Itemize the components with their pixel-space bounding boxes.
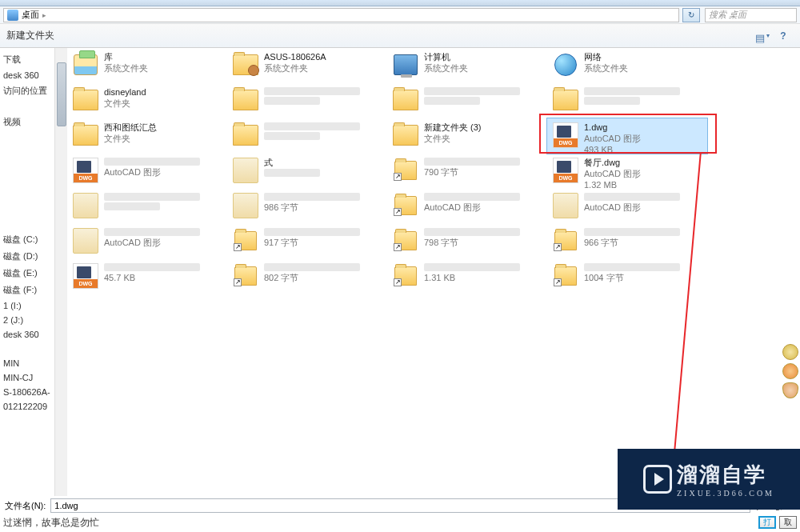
file-item[interactable]: disneyland文件夹 (67, 83, 227, 118)
file-item[interactable]: 986 字节 (227, 189, 387, 224)
file-item-text: ASUS-180626A系统文件夹 (264, 51, 326, 74)
file-item[interactable]: ↗802 字节 (227, 259, 387, 294)
sidebar-item[interactable]: S-180626A- (0, 385, 54, 399)
file-item[interactable]: ↗798 字节 (387, 224, 547, 259)
dwg-file-icon (553, 158, 578, 183)
file-item[interactable] (67, 189, 227, 224)
file-item[interactable]: 式 (227, 154, 387, 189)
blurred-icon (233, 158, 258, 183)
file-item-text: disneyland文件夹 (104, 86, 146, 109)
dropdown-icon: ▾ (766, 32, 770, 39)
breadcrumb[interactable]: 桌面 ▸ (3, 8, 679, 22)
blurred-icon (233, 193, 258, 218)
computer-icon (394, 54, 418, 75)
file-item[interactable] (547, 83, 707, 118)
file-item[interactable]: 计算机系统文件夹 (387, 48, 547, 83)
shortcut-icon: ↗ (554, 266, 577, 286)
file-item[interactable]: 1.dwgAutoCAD 图形493 KB (547, 118, 707, 154)
file-item[interactable] (227, 83, 387, 118)
file-item-text: AutoCAD 图形 (584, 192, 680, 213)
refresh-icon: ↻ (688, 10, 694, 19)
file-item-text: 802 字节 (264, 262, 360, 283)
main-area: 下载 desk 360 访问的位置 视频 磁盘 (C:) 磁盘 (D:) 磁盘 … (0, 48, 800, 496)
file-item[interactable]: 库系统文件夹 (67, 48, 227, 83)
window-chrome-top (0, 0, 800, 6)
file-item-text (584, 86, 680, 106)
file-item[interactable]: 餐厅.dwgAutoCAD 图形1.32 MB (547, 154, 707, 189)
dwg-file-icon (553, 122, 578, 148)
sidebar: 下载 desk 360 访问的位置 视频 磁盘 (C:) 磁盘 (D:) 磁盘 … (0, 48, 54, 496)
file-item-text: 1.dwgAutoCAD 图形493 KB (584, 122, 641, 155)
shortcut-icon: ↗ (394, 266, 417, 286)
file-item[interactable]: 西和图纸汇总文件夹 (67, 118, 227, 154)
cancel-button[interactable]: 取 (779, 516, 797, 529)
shortcut-icon: ↗ (394, 196, 417, 215)
refresh-button[interactable]: ↻ (682, 8, 700, 22)
folder-icon (393, 90, 418, 110)
file-item[interactable]: ASUS-180626A系统文件夹 (227, 48, 387, 83)
toolbar: 新建文件夹 ▾ (0, 24, 800, 48)
blurred-icon (73, 228, 98, 254)
file-item-text: 1004 字节 (584, 262, 680, 283)
folder-icon (553, 90, 578, 110)
file-item-text: AutoCAD 图形 (424, 192, 520, 213)
sidebar-item[interactable]: 2 (J:) (0, 313, 54, 327)
file-item-text: 式 (264, 157, 320, 178)
watermark-url: ZIXUE.3D66.COM (677, 489, 774, 498)
dwg-file-icon (73, 263, 98, 289)
new-folder-button[interactable]: 新建文件夹 (6, 29, 54, 42)
file-item[interactable]: 网络系统文件夹 (547, 48, 707, 83)
sidebar-item[interactable]: 磁盘 (D:) (0, 248, 54, 265)
file-item[interactable]: 新建文件夹 (3)文件夹 (387, 118, 547, 154)
sidebar-item[interactable]: 下载 (0, 51, 54, 68)
search-input[interactable]: 搜索 桌面 (705, 8, 797, 22)
file-item[interactable]: ↗790 字节 (387, 154, 547, 189)
file-item[interactable]: ↗966 字节 (547, 224, 707, 259)
file-item-text (264, 86, 360, 106)
sidebar-item[interactable]: MIN (0, 356, 54, 370)
help-icon (780, 30, 786, 42)
help-button[interactable] (773, 27, 794, 45)
view-mode-button[interactable]: ▾ (752, 27, 773, 45)
open-button[interactable]: 打 (758, 516, 776, 529)
sidebar-item[interactable]: desk 360 (0, 68, 54, 82)
file-item-text: 986 字节 (264, 192, 360, 213)
file-item-text: 网络系统文件夹 (584, 51, 628, 74)
sidebar-item[interactable]: desk 360 (0, 327, 54, 342)
folder-icon (393, 125, 418, 146)
sidebar-item[interactable]: 1 (I:) (0, 298, 54, 313)
folder-icon (73, 90, 98, 110)
desktop-icon (7, 10, 18, 21)
sidebar-item[interactable]: 磁盘 (F:) (0, 282, 54, 298)
file-item[interactable] (227, 118, 387, 154)
file-item[interactable]: 45.7 KB (67, 259, 227, 294)
sidebar-scrollbar[interactable] (54, 48, 67, 496)
scrollbar-thumb[interactable] (57, 62, 66, 126)
file-item[interactable]: AutoCAD 图形 (547, 189, 707, 224)
search-placeholder: 搜索 桌面 (709, 9, 746, 21)
folder-icon (233, 125, 258, 146)
file-item[interactable]: ↗1004 字节 (547, 259, 707, 294)
file-item-text (104, 192, 200, 211)
sidebar-item[interactable]: 012122209 (0, 399, 54, 414)
file-item[interactable]: ↗917 字节 (227, 224, 387, 259)
sidebar-item[interactable]: 视频 (0, 114, 54, 130)
file-item[interactable]: AutoCAD 图形 (67, 224, 227, 259)
butterfly-icon (782, 382, 798, 398)
sidebar-item[interactable]: 磁盘 (E:) (0, 265, 54, 282)
sidebar-item[interactable]: 访问的位置 (0, 82, 54, 99)
file-item[interactable]: AutoCAD 图形 (67, 154, 227, 189)
folder-icon (73, 125, 98, 146)
side-badge-group (782, 344, 798, 398)
sidebar-item[interactable]: 磁盘 (C:) (0, 231, 54, 248)
sidebar-item[interactable]: MIN-CJ (0, 370, 54, 385)
coin-icon (782, 344, 798, 360)
flower-icon (782, 363, 798, 379)
shortcut-icon: ↗ (394, 231, 417, 250)
file-item[interactable]: ↗1.31 KB (387, 259, 547, 294)
watermark-overlay: 溜溜自学 ZIXUE.3D66.COM (618, 449, 800, 510)
dwg-file-icon (73, 158, 98, 183)
file-item[interactable]: ↗AutoCAD 图形 (387, 189, 547, 224)
file-item[interactable] (387, 83, 547, 118)
file-item-text: 790 字节 (424, 157, 520, 178)
